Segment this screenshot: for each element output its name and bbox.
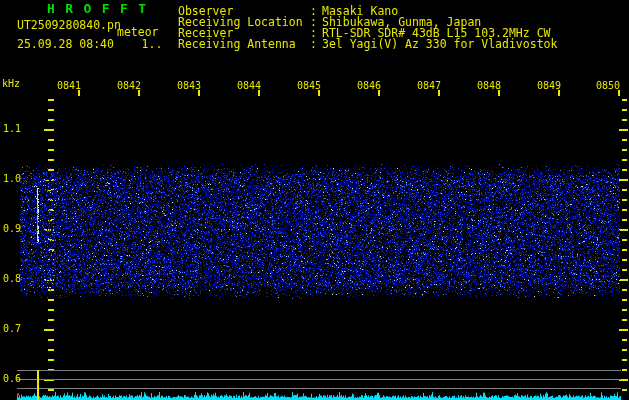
freq-tick-label: 0.7 — [3, 324, 21, 334]
colon: : — [310, 39, 322, 51]
time-tick-label: 0849 — [537, 81, 561, 91]
time-tick-label: 0845 — [297, 81, 321, 91]
app-title: H R O F F T — [47, 2, 147, 15]
freq-axis-unit: kHz — [2, 79, 20, 89]
time-tick-label: 0848 — [477, 81, 501, 91]
info-row-antenna: Receiving Antenna:3el Yagi(V) Az 330 for… — [178, 39, 557, 51]
output-filename: UT2509280840.pn — [17, 20, 121, 32]
time-tick-label: 0844 — [237, 81, 261, 91]
freq-tick-label: 1.1 — [3, 124, 21, 134]
spectrogram-canvas — [0, 0, 629, 400]
info-label: Receiving Antenna — [178, 39, 310, 51]
time-tick-label: 0850 — [596, 81, 620, 91]
time-tick-label: 0847 — [417, 81, 441, 91]
freq-tick-label: 0.9 — [3, 224, 21, 234]
time-tick-label: 0843 — [177, 81, 201, 91]
datetime-echo-count: 25.09.28 08:40 1.. — [17, 39, 162, 51]
freq-tick-label: 1.0 — [3, 174, 21, 184]
freq-tick-label: 0.8 — [3, 274, 21, 284]
time-tick-label: 0842 — [117, 81, 141, 91]
time-tick-label: 0846 — [357, 81, 381, 91]
time-tick-label: 0841 — [57, 81, 81, 91]
freq-tick-label: 0.6 — [3, 374, 21, 384]
hrofft-output-image: H R O F F T UT2509280840.pn meteor 25.09… — [0, 0, 629, 400]
info-value: 3el Yagi(V) Az 330 for Vladivostok — [322, 39, 557, 51]
